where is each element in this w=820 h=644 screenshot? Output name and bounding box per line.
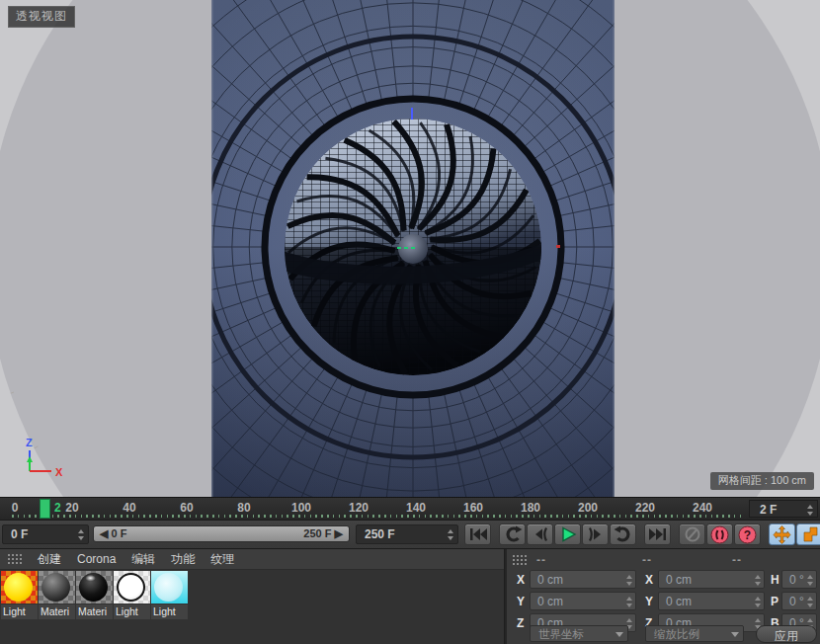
material-manager: 创建Corona编辑功能纹理 LightMateriMateriLightLig… <box>0 549 504 644</box>
coord-row: X0 cmX0 cmH0 ° <box>507 570 820 590</box>
next-frame-icon <box>586 526 606 542</box>
previous-frame-button[interactable] <box>527 523 553 545</box>
coordinate-system-dropdown[interactable]: 世界坐标 <box>530 625 628 642</box>
frame-tick-label: 240 <box>693 501 712 515</box>
material-name-label[interactable]: Light <box>114 604 150 619</box>
record-question-icon: ? <box>738 525 757 544</box>
material-preview-sphere[interactable] <box>114 571 150 604</box>
frame-stepper-icon[interactable] <box>807 505 814 516</box>
material-item[interactable]: Light <box>1 571 38 619</box>
material-item[interactable]: Materi <box>76 571 113 619</box>
frame-tick-label: 0 <box>12 501 19 515</box>
material-name-label[interactable]: Light <box>151 604 188 619</box>
frame-tick-dots <box>12 515 743 518</box>
value-stepper-icon[interactable] <box>626 597 633 607</box>
svg-text:?: ? <box>744 527 751 541</box>
timeline-ruler[interactable]: 020406080100120140160180200220240 2 2 F <box>0 497 820 521</box>
position-axis-label: Z <box>517 616 524 630</box>
scale-mode-dropdown[interactable]: 缩放比例 <box>645 625 744 642</box>
goto-start-button[interactable] <box>464 523 491 545</box>
preview-range-slider[interactable]: ◀ 0 F 250 F ▶ <box>93 525 350 542</box>
bottom-dock: 创建Corona编辑功能纹理 LightMateriMateriLightLig… <box>0 549 820 644</box>
frame-tick-label: 180 <box>521 501 540 515</box>
range-slider-left-grip[interactable]: ◀ 0 F <box>100 527 126 540</box>
material-item[interactable]: Materi <box>39 571 75 619</box>
range-start-stepper-icon[interactable] <box>78 529 85 540</box>
value-stepper-icon[interactable] <box>755 575 762 586</box>
frame-tick-label: 160 <box>463 501 483 515</box>
coord-column-header: -- <box>536 553 546 567</box>
material-menu-edit[interactable]: 编辑 <box>131 551 155 568</box>
material-preview-sphere[interactable] <box>39 571 75 604</box>
material-menu-function[interactable]: 功能 <box>171 551 195 568</box>
current-frame-field[interactable]: 2 F <box>749 500 818 518</box>
record-keyframe-disabled-button[interactable] <box>679 523 705 545</box>
range-start-field[interactable]: 0 F <box>2 524 89 544</box>
frame-tick-label: 40 <box>123 501 135 515</box>
play-backward-button[interactable] <box>499 523 526 545</box>
timeline-playhead[interactable] <box>40 499 50 519</box>
next-frame-button[interactable] <box>582 523 609 545</box>
frame-tick-label: 20 <box>65 501 78 515</box>
keyframe-help-button[interactable]: ? <box>734 523 761 545</box>
value-stepper-icon[interactable] <box>807 575 814 586</box>
play-forward-button[interactable] <box>554 523 581 545</box>
animation-toolbar: 0 F ◀ 0 F 250 F ▶ 250 F ?P <box>0 521 820 549</box>
play-loop-button[interactable] <box>610 523 636 545</box>
dropdown-arrow-icon <box>731 632 739 637</box>
goto-end-button[interactable] <box>644 523 671 545</box>
coordinates-manager: ------X0 cmX0 cmH0 °Y0 cmY0 cmP0 °Z0 cmZ… <box>507 549 820 644</box>
position-value-field[interactable]: 0 cm <box>530 570 636 589</box>
material-name-label[interactable]: Light <box>1 604 38 619</box>
range-end-stepper-icon[interactable] <box>448 529 454 540</box>
coord-column-header: -- <box>642 553 652 567</box>
range-slider-right-grip[interactable]: 250 F ▶ <box>303 527 343 540</box>
value-stepper-icon[interactable] <box>807 597 814 607</box>
frame-tick-label: 120 <box>349 501 369 515</box>
apply-button[interactable]: 应用 <box>756 625 817 643</box>
material-name-label[interactable]: Materi <box>39 604 75 619</box>
size-value-field[interactable]: 0 cm <box>658 592 765 610</box>
value-stepper-icon[interactable] <box>626 575 633 586</box>
material-preview-sphere[interactable] <box>76 571 113 604</box>
position-value-field[interactable]: 0 cm <box>530 592 636 610</box>
dropdown-arrow-icon <box>615 632 623 637</box>
record-slash-icon <box>684 525 701 543</box>
material-menu-corona[interactable]: Corona <box>77 552 116 566</box>
record-scale-button[interactable] <box>796 523 820 545</box>
panel-menu-icon[interactable] <box>8 554 22 564</box>
rotation-value-field[interactable]: 0 ° <box>781 570 817 589</box>
playhead-frame-number: 2 <box>54 501 61 515</box>
material-preview-sphere[interactable] <box>151 571 188 604</box>
size-axis-label: Y <box>645 595 653 608</box>
material-name-label[interactable]: Materi <box>76 604 113 619</box>
autokeying-button[interactable] <box>706 523 733 545</box>
material-item[interactable]: Light <box>151 571 188 619</box>
range-end-field[interactable]: 250 F <box>356 524 458 544</box>
goto-start-icon <box>467 526 489 542</box>
perspective-viewport[interactable]: ZX 透视视图 网格间距 : 100 cm <box>0 0 820 497</box>
play-icon <box>559 526 577 542</box>
cinema4d-window: ZX 透视视图 网格间距 : 100 cm 020406080100120140… <box>0 0 820 644</box>
viewport-title[interactable]: 透视视图 <box>8 6 75 28</box>
svg-text:X: X <box>55 466 63 478</box>
size-value-field[interactable]: 0 cm <box>658 570 765 589</box>
rotation-value-field[interactable]: 0 ° <box>781 592 817 610</box>
prev-frame-icon <box>531 526 550 542</box>
frame-tick-label: 100 <box>291 501 311 515</box>
panel-menu-icon[interactable] <box>513 555 527 565</box>
frame-tick-label: 140 <box>406 501 426 515</box>
material-item[interactable]: Light <box>114 571 150 619</box>
value-stepper-icon[interactable] <box>755 597 762 607</box>
material-sphere-icon <box>79 573 108 602</box>
material-sphere-icon <box>154 573 183 602</box>
record-position-button[interactable] <box>769 523 795 545</box>
material-menu-texture[interactable]: 纹理 <box>210 551 234 568</box>
material-sphere-icon <box>117 573 145 602</box>
viewport-render: ZX <box>0 0 820 497</box>
material-menu-create[interactable]: 创建 <box>38 551 61 568</box>
coord-column-header: -- <box>732 553 742 567</box>
material-preview-sphere[interactable] <box>1 571 38 604</box>
record-parens-icon <box>710 525 729 544</box>
grid-spacing-label: 网格间距 : 100 cm <box>710 472 814 490</box>
